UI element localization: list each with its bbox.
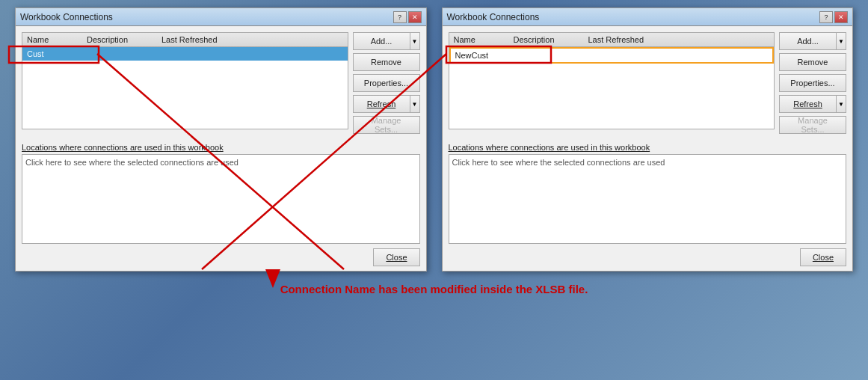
dialog-2-refresh-split-button: Refresh ▼ — [779, 95, 846, 113]
dialog-1-locations-box[interactable]: Click here to see where the selected con… — [22, 154, 420, 244]
dialog-2-title: Workbook Connections — [447, 12, 540, 22]
dialog-2-remove-button[interactable]: Remove — [779, 53, 846, 71]
dialog-1-properties-button[interactable]: Properties... — [353, 74, 420, 92]
dialog-2-connections-table: Name Description Last Refreshed NewCust — [449, 32, 775, 129]
dialog-1-add-arrow[interactable]: ▼ — [410, 32, 420, 50]
dialog-1-refresh-split-button: Refresh ▼ — [353, 95, 420, 113]
dialog-2-row-1-refreshed — [641, 50, 769, 61]
dialog-1-manage-sets-button[interactable]: Manage Sets... — [353, 116, 420, 134]
dialog-2-add-split-button: Add... ▼ — [779, 32, 846, 50]
dialog-1-connections-panel: Name Description Last Refreshed Cust — [22, 32, 348, 134]
dialog-1-refresh-arrow[interactable]: ▼ — [410, 95, 420, 113]
dialog-1-locations-section: Locations where connections are used in … — [16, 140, 426, 244]
dialog-1-locations-placeholder: Click here to see where the selected con… — [25, 158, 238, 167]
dialog-1-locations-label: Locations where connections are used in … — [22, 143, 420, 152]
dialog-1-table-header: Name Description Last Refreshed — [22, 33, 348, 47]
dialog-2-body: Name Description Last Refreshed NewCust — [443, 26, 853, 140]
dialog-1-col-description: Description — [85, 34, 160, 45]
dialog-2-titlebar-buttons: ? ✕ — [819, 11, 848, 23]
dialog-1-add-split-button: Add... ▼ — [353, 32, 420, 50]
dialog-2-connections-panel: Name Description Last Refreshed NewCust — [449, 32, 775, 134]
dialog-1-close-title-button[interactable]: ✕ — [408, 11, 422, 23]
dialog-1-title: Workbook Connections — [20, 12, 113, 22]
dialog-1-connections-table: Name Description Last Refreshed Cust — [22, 32, 348, 129]
dialog-2-row-1-desc — [514, 50, 641, 61]
dialog-1-add-button[interactable]: Add... — [353, 32, 410, 50]
dialog-2-locations-label: Locations where connections are used in … — [449, 143, 847, 152]
dialog-1-close-button[interactable]: Close — [373, 248, 419, 266]
dialog-1-footer: Close — [16, 244, 426, 271]
dialog-2-refresh-arrow[interactable]: ▼ — [836, 95, 846, 113]
table-row[interactable]: Cust — [22, 47, 348, 61]
dialog-2-locations-placeholder: Click here to see where the selected con… — [452, 158, 665, 167]
dialog-2-col-name: Name — [452, 34, 512, 45]
annotation-text: Connection Name has been modified inside… — [0, 283, 868, 295]
dialog-2-close-button[interactable]: Close — [800, 248, 846, 266]
dialog-2-row-1-name: NewCust — [454, 50, 514, 61]
dialog-2-help-button[interactable]: ? — [819, 11, 833, 23]
dialog-2-col-last-refreshed: Last Refreshed — [587, 34, 772, 45]
dialog-2-manage-sets-button[interactable]: Manage Sets... — [779, 116, 846, 134]
dialog-1-titlebar-buttons: ? ✕ — [393, 11, 422, 23]
workbook-connections-dialog-2: Workbook Connections ? ✕ Name Descriptio… — [442, 7, 854, 272]
dialog-1-row-1-name: Cust — [25, 49, 85, 59]
dialog-2-add-arrow[interactable]: ▼ — [836, 32, 846, 50]
dialog-2-buttons-panel: Add... ▼ Remove Properties... Refresh ▼ … — [779, 32, 846, 134]
dialog-2-locations-section: Locations where connections are used in … — [443, 140, 853, 244]
dialog-2-table-body: NewCust — [449, 47, 775, 129]
dialog-1-col-name: Name — [25, 34, 85, 45]
table-row[interactable]: NewCust — [449, 47, 775, 64]
dialog-2-add-button[interactable]: Add... — [779, 32, 836, 50]
dialog-1-buttons-panel: Add... ▼ Remove Properties... Refresh ▼ … — [353, 32, 420, 134]
dialog-1-remove-button[interactable]: Remove — [353, 53, 420, 71]
dialog-1-titlebar: Workbook Connections ? ✕ — [16, 8, 426, 26]
dialog-2-properties-button[interactable]: Properties... — [779, 74, 846, 92]
dialog-2-titlebar: Workbook Connections ? ✕ — [443, 8, 853, 26]
dialog-2-locations-box[interactable]: Click here to see where the selected con… — [449, 154, 847, 244]
dialog-2-close-title-button[interactable]: ✕ — [834, 11, 848, 23]
dialog-1-refresh-button[interactable]: Refresh — [353, 95, 410, 113]
dialog-2-table-header: Name Description Last Refreshed — [449, 33, 775, 47]
workbook-connections-dialog-1: Workbook Connections ? ✕ Name Descriptio… — [15, 7, 427, 272]
dialog-2-col-description: Description — [512, 34, 587, 45]
dialog-1-help-button[interactable]: ? — [393, 11, 407, 23]
dialog-2-refresh-button[interactable]: Refresh — [779, 95, 836, 113]
dialog-1-row-1-desc — [85, 49, 215, 59]
dialog-1-row-1-refreshed — [215, 49, 344, 59]
dialog-1-body: Name Description Last Refreshed Cust — [16, 26, 426, 140]
dialog-1-table-body: Cust — [22, 47, 348, 129]
dialog-2-footer: Close — [443, 244, 853, 271]
dialog-1-col-last-refreshed: Last Refreshed — [160, 34, 345, 45]
